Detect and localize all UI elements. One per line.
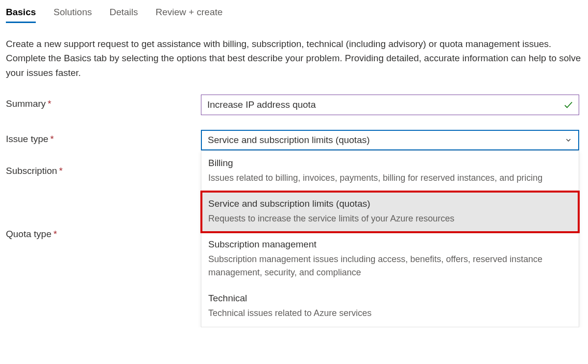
tabs-bar: Basics Solutions Details Review + create	[6, 4, 582, 23]
tab-solutions[interactable]: Solutions	[53, 4, 92, 23]
row-subscription: Subscription*	[6, 162, 201, 182]
summary-input[interactable]	[207, 99, 557, 110]
option-technical[interactable]: Technical Technical issues related to Az…	[201, 286, 579, 327]
issue-type-select[interactable]: Service and subscription limits (quotas)	[201, 130, 579, 150]
option-sub-mgmt-desc: Subscription management issues including…	[208, 253, 572, 279]
required-indicator: *	[50, 134, 54, 144]
option-sub-mgmt-title: Subscription management	[208, 239, 572, 250]
option-quotas[interactable]: Service and subscription limits (quotas)…	[201, 192, 579, 232]
chevron-down-icon	[564, 136, 572, 144]
option-technical-title: Technical	[208, 293, 572, 304]
label-issue-type: Issue type*	[6, 130, 201, 145]
form: Summary* Issue type* Service and subscri…	[6, 95, 582, 327]
option-subscription-mgmt[interactable]: Subscription management Subscription man…	[201, 232, 579, 286]
field-summary	[201, 95, 579, 115]
option-billing-desc: Issues related to billing, invoices, pay…	[208, 171, 572, 185]
tab-basics[interactable]: Basics	[6, 4, 36, 23]
label-subscription-text: Subscription	[6, 166, 57, 176]
label-quota-type: Quota type*	[6, 225, 201, 240]
label-summary-text: Summary	[6, 98, 46, 109]
label-quota-type-text: Quota type	[6, 229, 51, 239]
tab-details[interactable]: Details	[109, 4, 138, 23]
issue-type-dropdown: Billing Issues related to billing, invoi…	[201, 150, 579, 327]
check-icon	[563, 99, 574, 110]
required-indicator: *	[53, 229, 57, 239]
required-indicator: *	[59, 166, 63, 176]
option-billing[interactable]: Billing Issues related to billing, invoi…	[201, 151, 579, 192]
intro-line-1: Create a new support request to get assi…	[6, 39, 551, 49]
field-issue-type: Service and subscription limits (quotas)…	[201, 130, 579, 327]
intro-text: Create a new support request to get assi…	[6, 37, 582, 80]
tab-review-create[interactable]: Review + create	[156, 4, 223, 23]
intro-line-2: Complete the Basics tab by selecting the…	[6, 53, 581, 77]
label-summary: Summary*	[6, 95, 201, 109]
label-issue-type-text: Issue type	[6, 134, 49, 144]
required-indicator: *	[48, 98, 51, 109]
option-quotas-desc: Requests to increase the service limits …	[208, 212, 572, 225]
option-quotas-title: Service and subscription limits (quotas)	[208, 198, 572, 209]
label-subscription: Subscription*	[6, 162, 201, 176]
summary-input-wrap[interactable]	[201, 95, 579, 115]
issue-type-value: Service and subscription limits (quotas)	[208, 135, 557, 146]
option-technical-desc: Technical issues related to Azure servic…	[208, 307, 572, 320]
option-billing-title: Billing	[208, 158, 572, 169]
row-summary: Summary*	[6, 95, 582, 115]
row-quota-type: Quota type*	[6, 225, 201, 245]
